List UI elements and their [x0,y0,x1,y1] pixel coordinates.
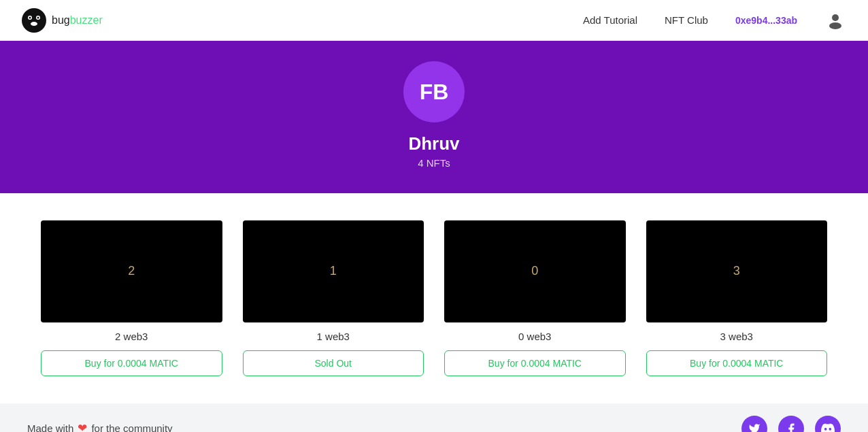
nft-card-3: 33 web3Buy for 0.0004 MATIC [646,220,828,376]
bug-icon [22,8,46,33]
profile-nfts-count: 4 NFTs [418,157,450,169]
logo-buzzer-part: buzzer [70,14,103,26]
footer-text-after: for the community [91,422,172,432]
facebook-button[interactable] [778,416,804,432]
svg-point-3 [29,16,31,18]
facebook-icon [785,422,797,432]
footer: Made with ❤ for the community [0,403,868,432]
discord-icon [821,422,835,432]
buy-button-3[interactable]: Buy for 0.0004 MATIC [646,350,828,376]
header-nav: Add Tutorial NFT Club 0xe9b4...33ab [583,10,846,31]
buy-button-0[interactable]: Buy for 0.0004 MATIC [41,350,222,376]
nft-image-1: 1 [243,220,424,322]
nft-number-3: 3 [733,264,740,278]
nft-club-link[interactable]: NFT Club [665,14,708,26]
nft-title-3: 3 web3 [720,331,753,342]
nft-card-0: 22 web3Buy for 0.0004 MATIC [41,220,222,376]
nft-number-1: 1 [330,264,337,278]
nft-number-0: 2 [128,264,135,278]
nft-image-0: 2 [41,220,222,322]
nft-number-2: 0 [531,264,538,278]
profile-name: Dhruv [408,133,459,154]
nft-title-2: 0 web3 [518,331,551,342]
svg-point-5 [31,22,37,26]
discord-button[interactable] [815,416,841,432]
sold-out-button-1: Sold Out [243,350,424,376]
nft-section: 22 web3Buy for 0.0004 MATIC11 web3Sold O… [0,193,868,403]
nft-card-2: 00 web3Buy for 0.0004 MATIC [444,220,626,376]
footer-text: Made with ❤ for the community [27,421,173,432]
svg-point-6 [832,14,839,21]
svg-point-4 [37,16,39,18]
nft-title-0: 2 web3 [115,331,148,342]
avatar: FB [403,61,465,122]
nft-title-1: 1 web3 [317,331,350,342]
logo[interactable]: bugbuzzer [22,8,103,33]
twitter-button[interactable] [741,416,767,432]
svg-point-0 [22,8,46,33]
header: bugbuzzer Add Tutorial NFT Club 0xe9b4..… [0,0,868,41]
nft-card-1: 11 web3Sold Out [243,220,424,376]
logo-bug-part: bug [52,14,70,26]
svg-point-7 [829,22,841,29]
nft-image-3: 3 [646,220,828,322]
heart-icon: ❤ [78,421,87,432]
nft-grid: 22 web3Buy for 0.0004 MATIC11 web3Sold O… [41,220,827,376]
footer-text-before: Made with [27,422,73,432]
wallet-address[interactable]: 0xe9b4...33ab [735,15,797,26]
logo-text: bugbuzzer [52,14,103,27]
add-tutorial-link[interactable]: Add Tutorial [583,14,637,26]
footer-social [741,416,841,432]
user-icon[interactable] [824,10,846,31]
user-avatar-icon [826,11,845,30]
twitter-icon [748,422,761,432]
profile-banner: FB Dhruv 4 NFTs [0,41,868,193]
nft-image-2: 0 [444,220,626,322]
buy-button-2[interactable]: Buy for 0.0004 MATIC [444,350,626,376]
